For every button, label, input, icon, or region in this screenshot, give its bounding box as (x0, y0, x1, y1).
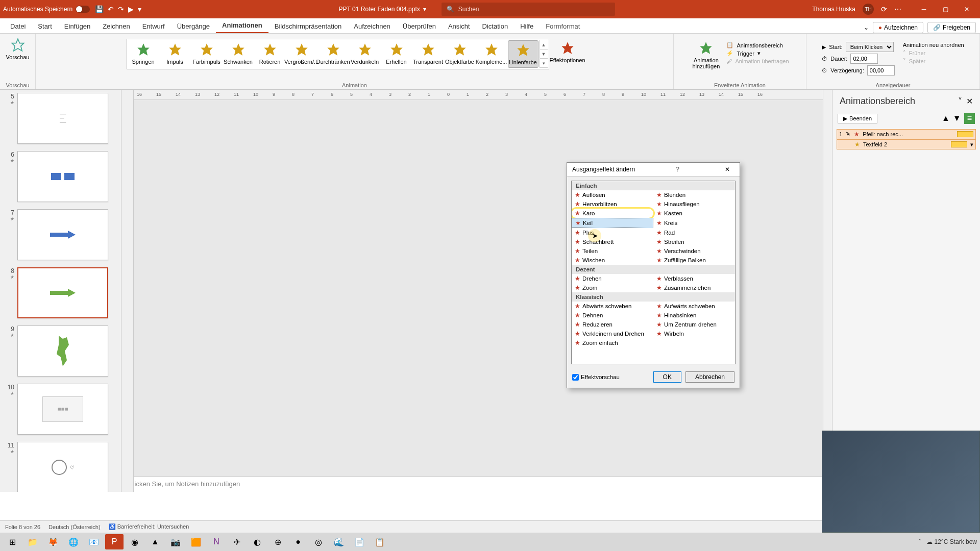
animation-effect-item[interactable]: Kompleme... (476, 40, 507, 68)
tab-record[interactable]: Aufzeichnen (348, 19, 397, 33)
effect-item[interactable]: ★Teilen (572, 246, 653, 256)
effect-item[interactable]: ★Kasten (653, 209, 735, 218)
animation-effect-item[interactable]: Linienfarbe (508, 40, 538, 68)
app-icon[interactable]: ⊕ (268, 534, 287, 549)
save-icon[interactable]: 💾 (95, 5, 104, 13)
effect-item[interactable]: ★Reduzieren (572, 320, 653, 329)
close-button[interactable]: ✕ (957, 2, 977, 16)
effect-item[interactable]: ★Rad (653, 228, 735, 237)
app-icon[interactable]: 📄 (350, 534, 369, 549)
anim-list-item[interactable]: ★ Textfeld 2 ▾ (837, 139, 976, 149)
effect-item[interactable]: ★Streifen (653, 237, 735, 246)
timeline-icon[interactable]: ≡ (964, 113, 975, 124)
animation-effect-item[interactable]: Farbimpuls (191, 40, 222, 68)
effect-item[interactable]: ★Abwärts schweben (572, 302, 653, 311)
animation-effect-item[interactable]: Rotieren (255, 40, 285, 68)
preview-checkbox[interactable]: Effektvorschau (572, 374, 620, 381)
animation-effect-item[interactable]: Springen (128, 40, 159, 68)
tab-animations[interactable]: Animationen (216, 18, 268, 33)
tab-home[interactable]: Start (32, 19, 58, 33)
effect-item[interactable]: ★Plus (572, 228, 653, 237)
tab-view[interactable]: Ansicht (442, 19, 476, 33)
animation-effect-item[interactable]: Vergrößern/... (286, 40, 317, 68)
slide-thumbnails[interactable]: 5★━━━━━━━━6★7★8★9★10★▦▦▦11★ ♡ (0, 90, 121, 492)
maximize-button[interactable]: ▢ (935, 2, 955, 16)
effect-list[interactable]: Einfach ★Auflösen★Blenden★Hervorblitzen★… (571, 181, 736, 364)
ok-button[interactable]: OK (653, 371, 681, 383)
minimize-button[interactable]: ─ (914, 2, 934, 16)
effect-item[interactable]: ★Karo (572, 209, 653, 218)
tab-dictation[interactable]: Dictation (476, 19, 514, 33)
user-name[interactable]: Thomas Hruska (812, 6, 855, 13)
pane-chevron-icon[interactable]: ˅ (958, 96, 962, 106)
search-input[interactable]: 🔍 Suchen (442, 3, 615, 16)
app-icon[interactable]: ✈ (228, 534, 246, 549)
slide-thumbnail[interactable]: ▦▦▦ (17, 384, 108, 435)
app-icon[interactable]: ◉ (126, 534, 144, 549)
animation-effect-item[interactable]: Transparent (413, 40, 444, 68)
dialog-close-icon[interactable]: ✕ (720, 166, 734, 173)
effect-item[interactable]: ★Blenden (653, 190, 735, 199)
slide-thumbnail[interactable] (17, 151, 108, 202)
effect-item[interactable]: ★Auflösen (572, 190, 653, 199)
effect-item[interactable]: ★Zufällige Balken (653, 256, 735, 265)
app-icon[interactable]: ◐ (248, 534, 266, 549)
effect-item[interactable]: ★Verblassen (653, 274, 735, 283)
onenote-icon[interactable]: N (207, 534, 226, 549)
slide-counter[interactable]: Folie 8 von 26 (5, 524, 40, 530)
item-menu-icon[interactable]: ▾ (970, 141, 973, 148)
slide-thumbnail[interactable] (17, 325, 108, 377)
app-icon[interactable]: ● (289, 534, 307, 549)
animation-effect-item[interactable]: Impuls (160, 40, 190, 68)
anim-list-item[interactable]: 1🖱★ Pfeil: nach rec... (837, 129, 976, 139)
dropdown-icon[interactable]: ▾ (138, 5, 141, 13)
tab-slideshow[interactable]: Bildschirmpräsentation (268, 19, 348, 33)
tab-review[interactable]: Überprüfen (397, 19, 442, 33)
app-icon[interactable]: ▲ (146, 534, 164, 549)
effect-item[interactable]: ★Hinabsinken (653, 311, 735, 320)
effect-item[interactable]: ★Kreis (653, 218, 735, 228)
redo-icon[interactable]: ↷ (118, 5, 124, 13)
effect-item[interactable]: ★Drehen (572, 274, 653, 283)
slide-thumbnail[interactable]: ♡ (17, 442, 108, 492)
animation-gallery[interactable]: SpringenImpulsFarbimpulsSchwankenRotiere… (127, 39, 549, 69)
effect-item[interactable]: ★Keil (572, 218, 653, 228)
effect-item[interactable]: ★Aufwärts schweben (653, 302, 735, 311)
tab-shape-format[interactable]: Formformat (540, 19, 586, 33)
toggle-switch[interactable] (76, 6, 90, 13)
explorer-icon[interactable]: 📁 (23, 534, 42, 549)
effect-item[interactable]: ★Dehnen (572, 311, 653, 320)
record-button[interactable]: ●Aufzeichnen (873, 22, 923, 33)
app-icon[interactable]: ◎ (309, 534, 328, 549)
effect-item[interactable]: ★Zusammenziehen (653, 283, 735, 292)
coming-soon-icon[interactable]: ⋯ (894, 5, 901, 13)
effect-item[interactable]: ★Hervorblitzen (572, 199, 653, 209)
firefox-icon[interactable]: 🦊 (44, 534, 62, 549)
dialog-help-icon[interactable]: ? (672, 166, 684, 173)
add-animation-button[interactable]: Animation hinzufügen (691, 39, 721, 71)
tab-file[interactable]: Datei (4, 19, 32, 33)
slide-thumbnail[interactable]: ━━━━━━━━ (17, 93, 108, 144)
edge-icon[interactable]: 🌊 (330, 534, 348, 549)
move-down-icon[interactable]: ▼ (953, 114, 961, 123)
filename[interactable]: PPT 01 Roter Faden 004.pptx ▾ (339, 6, 426, 13)
outlook-icon[interactable]: 📧 (85, 534, 103, 549)
weather-widget[interactable]: ☁ 12°C Stark bew (926, 538, 977, 545)
effect-item[interactable]: ★Schachbrett (572, 237, 653, 246)
start-show-icon[interactable]: ▶ (128, 5, 134, 13)
share-button[interactable]: 🔗Freigeben (927, 22, 976, 33)
animation-effect-item[interactable]: Objektfarbe (445, 40, 475, 68)
gallery-up-icon[interactable]: ▲ (540, 40, 548, 49)
animation-pane-button[interactable]: 📋 Animationsbereich (726, 42, 789, 48)
collapse-ribbon-icon[interactable]: ⌄ (864, 24, 869, 31)
tab-help[interactable]: Hilfe (514, 19, 540, 33)
tab-insert[interactable]: Einfügen (58, 19, 96, 33)
app-icon[interactable]: 📷 (166, 534, 185, 549)
delay-input[interactable] (867, 65, 895, 76)
effect-item[interactable]: ★Zoom einfach (572, 338, 653, 347)
tab-design[interactable]: Entwurf (136, 19, 171, 33)
notes-field[interactable]: Klicken Sie, um Notizen hinzuzufügen (121, 477, 832, 492)
animation-effect-item[interactable]: Erhellen (381, 40, 412, 68)
language-status[interactable]: Deutsch (Österreich) (48, 524, 100, 530)
play-button[interactable]: ▶ Beenden (838, 114, 877, 123)
